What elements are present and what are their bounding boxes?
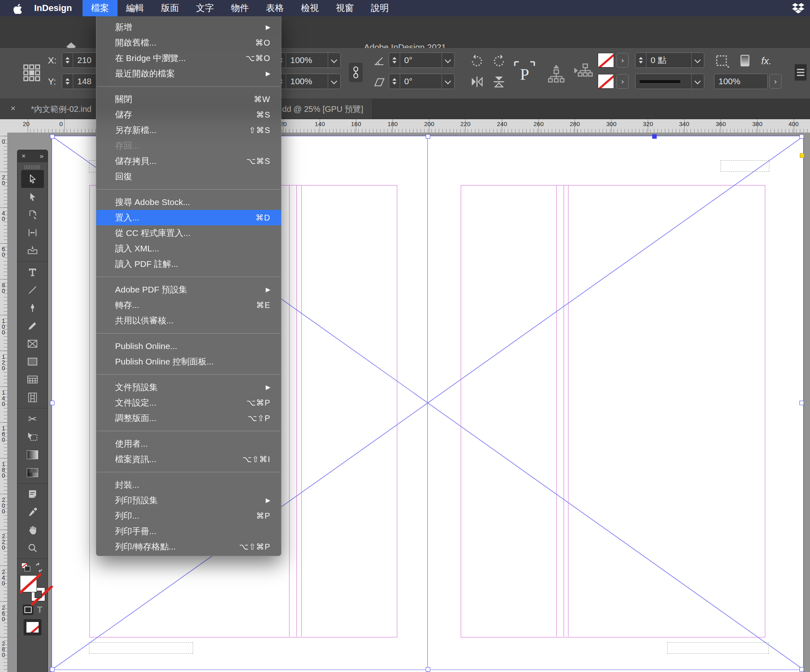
- scale-y-dropdown[interactable]: [328, 74, 340, 89]
- menu-item-close[interactable]: 關閉⌘W: [96, 92, 281, 107]
- menu-item-place[interactable]: 置入...⌘D: [96, 210, 281, 225]
- constrain-proportions-toggle[interactable]: [349, 63, 363, 82]
- shear-stepper[interactable]: [389, 74, 400, 89]
- panel-menu-icon[interactable]: [795, 64, 807, 81]
- menu-item-document-presets[interactable]: 文件預設集▶: [96, 380, 281, 395]
- menu-item-place-from-cc-libraries[interactable]: 從 CC 程式庫置入...: [96, 225, 281, 241]
- menubar-item-table[interactable]: 表格: [257, 0, 292, 16]
- rectangle-tool[interactable]: [21, 353, 44, 371]
- shear-field[interactable]: 0°: [389, 74, 455, 89]
- menu-item-publish-online[interactable]: Publish Online...: [96, 338, 281, 354]
- menu-item-revert[interactable]: 回復: [96, 169, 281, 184]
- gap-tool[interactable]: [21, 224, 44, 242]
- menu-item-document-setup[interactable]: 文件設定...⌥⌘P: [96, 395, 281, 410]
- menubar-item-view[interactable]: 檢視: [292, 0, 327, 16]
- frame-handle[interactable]: [50, 667, 54, 672]
- menu-item-adjust-layout[interactable]: 調整版面...⌥⇧P: [96, 410, 281, 426]
- select-content-icon[interactable]: [573, 62, 593, 84]
- content-collector-tool[interactable]: [21, 242, 44, 260]
- x-stepper[interactable]: [62, 53, 73, 68]
- menubar-item-edit[interactable]: 編輯: [118, 0, 152, 16]
- corner-edit-handle[interactable]: [800, 153, 804, 158]
- menu-item-adobe-pdf-presets[interactable]: Adobe PDF 預設集▶: [96, 282, 281, 297]
- frame-handle[interactable]: [799, 401, 804, 405]
- menubar-item-object[interactable]: 物件: [222, 0, 257, 16]
- tools-grip[interactable]: [24, 165, 41, 169]
- rotate-cw-icon[interactable]: [468, 53, 486, 68]
- default-fill-stroke-icon[interactable]: [21, 563, 32, 572]
- free-transform-tool[interactable]: [21, 428, 44, 446]
- menu-item-share-for-review[interactable]: 共用以供審核...: [96, 313, 281, 328]
- note-tool[interactable]: [21, 485, 44, 503]
- frame-handle-active[interactable]: [652, 134, 657, 139]
- menu-item-browse-in-bridge[interactable]: 在 Bridge 中瀏覽...⌥⌘O: [96, 50, 281, 66]
- scale-y-field[interactable]: 100%: [275, 74, 341, 89]
- fill-color-swatch[interactable]: [20, 575, 37, 592]
- menu-item-search-adobe-stock[interactable]: 搜尋 Adobe Stock...: [96, 194, 281, 210]
- app-menu-indesign[interactable]: InDesign: [22, 3, 83, 13]
- menubar-item-file[interactable]: 檔案: [83, 0, 118, 16]
- menu-item-import-xml[interactable]: 讀入 XML...: [96, 241, 281, 256]
- eyedropper-tool[interactable]: [21, 503, 44, 521]
- menu-item-save[interactable]: 儲存⌘S: [96, 107, 281, 122]
- shear-dropdown[interactable]: [442, 74, 454, 89]
- vertical-ruler[interactable]: 0 20 40 60 80 100 120 140 160 180 200 22…: [0, 133, 8, 672]
- frame-handle[interactable]: [50, 401, 54, 405]
- apply-none-button[interactable]: [24, 619, 41, 635]
- horizontal-grid-tool[interactable]: [21, 371, 44, 388]
- stroke-options-button[interactable]: ›: [616, 74, 629, 89]
- menu-item-print[interactable]: 列印...⌘P: [96, 508, 281, 524]
- menubar-item-help[interactable]: 說明: [362, 0, 397, 16]
- select-container-icon[interactable]: [547, 62, 565, 84]
- tab-close-icon[interactable]: ×: [11, 103, 15, 113]
- apple-menu-icon[interactable]: [12, 2, 22, 14]
- scale-x-dropdown[interactable]: [328, 53, 340, 68]
- type-tool[interactable]: [21, 263, 44, 281]
- swap-fill-stroke-icon[interactable]: [34, 562, 44, 573]
- menu-item-user[interactable]: 使用者...: [96, 436, 281, 452]
- pencil-tool[interactable]: [21, 317, 44, 335]
- reference-point-proxy[interactable]: [22, 63, 41, 82]
- rotate-ccw-icon[interactable]: [490, 53, 507, 68]
- fill-options-button[interactable]: ›: [616, 53, 629, 68]
- gradient-feather-tool[interactable]: [21, 464, 44, 482]
- drop-shadow-icon[interactable]: [738, 54, 752, 68]
- frame-handle[interactable]: [50, 134, 54, 139]
- menu-item-open[interactable]: 開啟舊檔...⌘O: [96, 35, 281, 50]
- menu-item-save-as[interactable]: 另存新檔...⇧⌘S: [96, 122, 281, 138]
- fill-swatch-none[interactable]: [598, 53, 614, 68]
- menu-item-new[interactable]: 新增▶: [96, 20, 281, 35]
- opacity-field[interactable]: 100%: [714, 74, 768, 89]
- menu-item-import-pdf-comments[interactable]: 讀入 PDF 註解...: [96, 256, 281, 272]
- menu-item-export[interactable]: 轉存...⌘E: [96, 297, 281, 313]
- tools-collapse-icon[interactable]: »: [40, 152, 44, 160]
- rotation-dropdown[interactable]: [442, 53, 454, 68]
- flip-vertical-icon[interactable]: [490, 74, 507, 89]
- formatting-affects-text-toggle[interactable]: T: [37, 604, 42, 615]
- menubar-item-layout[interactable]: 版面: [152, 0, 187, 16]
- menu-item-package[interactable]: 封裝...: [96, 477, 281, 493]
- ruler-corner[interactable]: [0, 119, 8, 133]
- corner-options-icon[interactable]: [714, 54, 730, 68]
- menu-item-print-booklet[interactable]: 列印手冊...: [96, 524, 281, 539]
- menubar-item-window[interactable]: 視窗: [327, 0, 362, 16]
- menubar-item-type[interactable]: 文字: [187, 0, 222, 16]
- stroke-style-chevron[interactable]: [691, 74, 704, 89]
- fx-effects-button[interactable]: fx.: [761, 55, 771, 67]
- vertical-grid-tool[interactable]: [21, 388, 44, 406]
- gradient-tool[interactable]: [21, 446, 44, 464]
- y-stepper[interactable]: [62, 74, 73, 89]
- direct-selection-tool[interactable]: [21, 188, 44, 206]
- menu-item-print-export-grid[interactable]: 列印/轉存格點...⌥⇧⌘P: [96, 539, 281, 554]
- stroke-weight-stepper[interactable]: [636, 53, 647, 68]
- selection-tool[interactable]: [21, 170, 44, 188]
- page-tool[interactable]: [21, 206, 44, 224]
- formatting-affects-container-toggle[interactable]: [23, 604, 33, 615]
- rotation-field[interactable]: 0°: [389, 52, 455, 68]
- stroke-weight-dropdown[interactable]: [691, 53, 704, 68]
- stroke-weight-field[interactable]: 0 點: [635, 52, 704, 68]
- scale-x-field[interactable]: 100%: [275, 52, 341, 68]
- hand-tool[interactable]: [21, 521, 44, 539]
- opacity-options-button[interactable]: ›: [769, 74, 782, 89]
- frame-handle[interactable]: [799, 134, 804, 139]
